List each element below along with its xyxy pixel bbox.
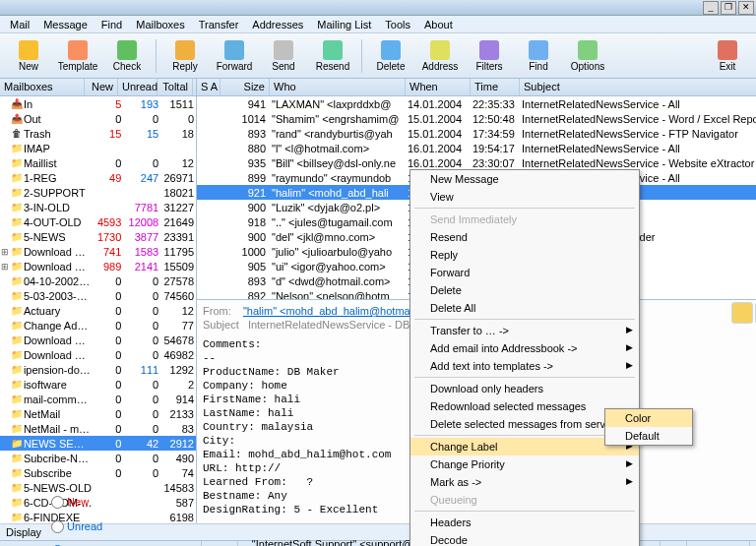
col-new[interactable]: New [85,79,118,95]
ctx-mark-as-[interactable]: Mark as ->▶ [410,473,639,491]
filters-button[interactable]: Filters [467,36,512,76]
menu-about[interactable]: About [418,17,459,32]
message-row[interactable]: 935"Bill" <billsey@dsl-only.ne16.01.2004… [197,155,756,170]
message-row[interactable]: 880"l" <l@hotmail.com>16.01.200419:54:17… [197,141,756,155]
folder-unread: 0 [123,467,160,479]
resend-button[interactable]: Resend [310,36,355,76]
new-button[interactable]: New [6,36,51,76]
folder-row[interactable]: 📁4-OUT-OLD45931200821649 [0,214,196,229]
folder-row[interactable]: 📁isoftware002 [0,377,196,392]
folder-row[interactable]: 📁mail-comm…00914 [0,392,196,406]
folder-row[interactable]: 📁Maillist0012 [0,155,196,170]
subctx-default[interactable]: Default [605,427,692,445]
message-row[interactable]: 1014"Shamim" <engrshamim@15.01.200412:50… [197,111,756,126]
folder-row[interactable]: 📁3-IN-OLD778131227 [0,200,196,214]
context-submenu[interactable]: ColorDefault [604,408,693,446]
ctx-transfer-to-[interactable]: Transfer to … ->▶ [410,322,639,339]
preview-icon-1[interactable] [731,302,753,324]
menu-mail[interactable]: Mail [4,17,35,32]
expand-icon[interactable]: ⊞ [0,247,10,257]
folder-row[interactable]: 📁5-03-2003-…0074560 [0,288,196,303]
message-header: S A Size Who When Time Subject [197,79,756,96]
ctx-change-priority[interactable]: Change Priority▶ [410,455,639,473]
folder-row[interactable]: 📁NEWS SE…0422912 [0,436,196,451]
window-minimize[interactable]: _ [703,1,719,15]
folder-row[interactable]: 📤Out000 [0,111,196,126]
reply-button[interactable]: Reply [162,36,208,76]
exit-button[interactable]: Exit [705,36,750,76]
folder-row[interactable]: 📁Subcribe-N…00490 [0,451,196,465]
folder-icon: 📁 [10,202,24,212]
folder-row[interactable]: 📁NetMail002133 [0,406,196,421]
ctx-add-email-into-addressbook-[interactable]: Add email into Addressbook ->▶ [410,339,639,357]
check-icon [117,40,137,60]
options-button[interactable]: Options [565,36,610,76]
template-button[interactable]: Template [55,36,100,76]
window-maximize[interactable]: ❐ [721,1,736,15]
window-close[interactable]: ✕ [738,1,754,15]
filter-unread[interactable]: Unread [51,520,102,533]
folder-row[interactable]: 🗑Trash151518 [0,126,196,141]
send-button[interactable]: Send [261,36,306,76]
message-row[interactable]: 893"rand" <randyburtis@yah15.01.200417:3… [197,126,756,141]
folder-row[interactable]: 📁04-10-2002…0027578 [0,273,196,288]
context-menu[interactable]: New MessageViewSend ImmediatelyResendRep… [410,169,640,546]
msg-when: 15.01.2004 [406,128,471,140]
menu-message[interactable]: Message [37,17,94,32]
filter-new[interactable]: New [51,496,102,509]
folder-row[interactable]: 📁5-NEWS1730387723391 [0,229,196,244]
col-total[interactable]: Toltal [158,79,193,95]
ctx-decode[interactable]: Decode [410,531,639,546]
ctx-add-text-into-templates-[interactable]: Add text into templates ->▶ [410,357,639,375]
message-row[interactable]: 941"LAXMAN" <laxprddxb@14.01.200422:35:3… [197,96,756,111]
address-button[interactable]: Address [417,36,463,76]
ctx-new-message[interactable]: New Message [410,170,639,188]
col-size[interactable]: Size [220,79,270,95]
subctx-color[interactable]: Color [605,409,692,427]
menu-addresses[interactable]: Addresses [246,17,309,32]
folder-row[interactable]: 📁IMAP [0,141,196,155]
ctx-resend[interactable]: Resend [410,228,639,246]
menu-find[interactable]: Find [95,17,128,32]
folder-row[interactable]: ⊞📁Download …989214115509 [0,259,196,273]
ctx-headers[interactable]: Headers [410,514,639,531]
folder-row[interactable]: 📁5-NEWS-OLD14583 [0,480,196,495]
col-when[interactable]: When [406,79,471,95]
folder-total: 12 [160,305,196,317]
expand-icon[interactable]: ⊞ [0,262,10,272]
forward-button[interactable]: Forward [212,36,257,76]
find-button[interactable]: Find [516,36,561,76]
folder-row[interactable]: 📁1-REG4924726971 [0,170,196,185]
check-button[interactable]: Check [104,36,150,76]
menu-mailboxes[interactable]: Mailboxes [130,17,191,32]
menu-mailing-list[interactable]: Mailing List [311,17,377,32]
ctx-delete[interactable]: Delete [410,281,639,299]
col-mailboxes[interactable]: Mailboxes [0,79,85,95]
col-subject[interactable]: Subject [520,79,756,95]
folder-row[interactable]: 📁ipension-do…01111292 [0,362,196,377]
folder-row[interactable]: 📁Actuary0012 [0,303,196,318]
ctx-reply[interactable]: Reply [410,246,639,264]
folder-row[interactable]: 📁NetMail - m…0083 [0,421,196,436]
menu-transfer[interactable]: Transfer [193,17,245,32]
folder-row[interactable]: 📁Download …0046982 [0,347,196,362]
folder-row[interactable]: 📁Download …0054678 [0,333,196,347]
col-time[interactable]: Time [471,79,520,95]
folder-row[interactable]: 📁Change Ad…0077 [0,318,196,333]
folder-row[interactable]: ⊞📁Download …741158311795 [0,244,196,259]
folder-row[interactable]: 📁2-SUPPORT18021 [0,185,196,200]
folder-new: 741 [94,246,124,258]
ctx-delete-all[interactable]: Delete All [410,299,639,317]
folder-icon: 📁 [10,467,24,478]
mailbox-tree[interactable]: 📥In51931511📤Out000🗑Trash151518📁IMAP📁Mail… [0,96,196,523]
delete-button[interactable]: Delete [368,36,413,76]
menu-tools[interactable]: Tools [379,17,416,32]
col-who[interactable]: Who [270,79,406,95]
folder-row[interactable]: 📁Subscribe0074 [0,465,196,480]
ctx-view[interactable]: View [410,188,639,206]
col-sa[interactable]: S A [197,79,220,95]
folder-row[interactable]: 📥In51931511 [0,96,196,111]
ctx-download-only-headers[interactable]: Download only headers [410,380,639,397]
ctx-forward[interactable]: Forward [410,264,639,281]
col-unread[interactable]: Unread [118,79,158,95]
